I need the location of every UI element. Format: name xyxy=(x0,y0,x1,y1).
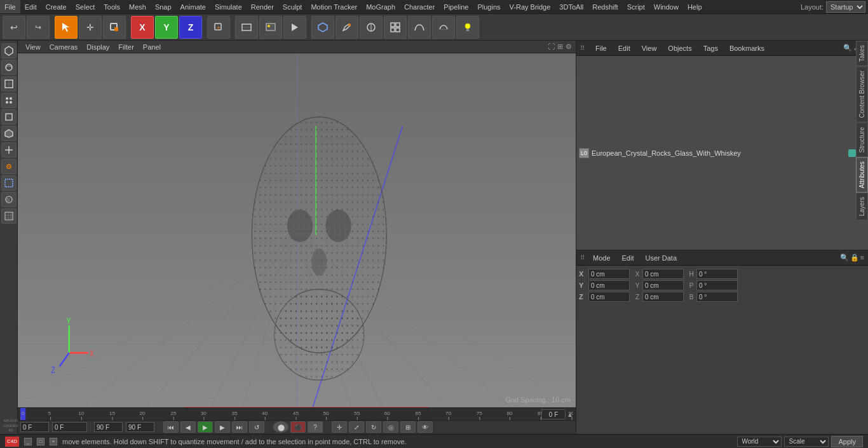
deformer-button[interactable] xyxy=(432,16,455,39)
grid-button[interactable]: ⊞ xyxy=(400,421,416,433)
pivot-button[interactable]: ◎ xyxy=(383,421,398,433)
mode-edges[interactable] xyxy=(1,109,17,125)
mode-points[interactable] xyxy=(1,93,17,108)
auto-key-button[interactable]: ⚫ xyxy=(290,421,306,433)
om-tags-menu[interactable]: Tags xyxy=(700,41,721,55)
menu-help[interactable]: Help xyxy=(683,0,707,13)
edge-tab-content-browser[interactable]: Content Browser xyxy=(856,66,868,122)
menu-mograph[interactable]: MoGraph xyxy=(362,0,400,13)
create-button[interactable]: + xyxy=(207,16,230,39)
record-button[interactable]: ⬤ xyxy=(273,421,288,433)
scale-dropdown[interactable]: Scale xyxy=(784,437,829,447)
move-button[interactable]: ✛ xyxy=(79,16,102,39)
edge-tab-structure[interactable]: Structure xyxy=(856,123,868,158)
rotate-button[interactable]: ↻ xyxy=(366,421,381,433)
select-mode-button[interactable] xyxy=(55,16,78,39)
om-edit-menu[interactable]: Edit xyxy=(615,41,634,55)
attrs-mode-menu[interactable]: Mode xyxy=(590,250,614,265)
panel-menu[interactable]: Panel xyxy=(139,41,165,53)
spline-button[interactable] xyxy=(408,16,431,39)
help-button[interactable]: ? xyxy=(308,421,323,433)
b-field[interactable]: 0 ° xyxy=(696,292,738,302)
attrs-search-icon[interactable]: 🔍 xyxy=(840,254,849,262)
menu-tools[interactable]: Tools xyxy=(99,0,125,13)
z-axis-button[interactable]: Z xyxy=(179,16,202,39)
undo-button[interactable]: ↩ xyxy=(3,16,25,39)
max-frame-input[interactable]: 90 F xyxy=(126,422,154,432)
om-objects-menu[interactable]: Objects xyxy=(665,41,695,55)
status-max-button[interactable]: □ xyxy=(37,438,44,445)
z-pos-field2[interactable]: 0 cm xyxy=(642,292,684,302)
attrs-userdata-menu[interactable]: User Data xyxy=(642,250,681,265)
symmetry-button[interactable] xyxy=(360,16,383,39)
grid-icon[interactable] xyxy=(1,208,17,224)
menu-simulate[interactable]: Simulate xyxy=(210,0,247,13)
select-icon[interactable] xyxy=(1,175,17,191)
y-pos-field[interactable]: 0 cm xyxy=(588,280,630,290)
x-pos-field2[interactable]: 0 cm xyxy=(642,269,684,279)
object-visibility-dot[interactable] xyxy=(848,149,856,157)
menu-edit[interactable]: Edit xyxy=(20,0,41,13)
settings-icon[interactable]: ⚙ xyxy=(566,43,572,51)
menu-snap[interactable]: Snap xyxy=(151,0,176,13)
transform-icon[interactable] xyxy=(1,142,17,158)
edge-tab-layers[interactable]: Layers xyxy=(856,193,868,221)
menu-character[interactable]: Character xyxy=(400,0,439,13)
picture-viewer-button[interactable] xyxy=(259,16,282,39)
box-select-button[interactable] xyxy=(103,16,126,39)
render-region-button[interactable] xyxy=(235,16,258,39)
split-icon[interactable]: ⊞ xyxy=(557,43,563,51)
filter-menu[interactable]: Filter xyxy=(114,41,137,53)
menu-window[interactable]: Window xyxy=(649,0,683,13)
scale-button[interactable]: ⤢ xyxy=(349,421,364,433)
menu-vray[interactable]: V-Ray Bridge xyxy=(505,0,555,13)
menu-sculpt[interactable]: Sculpt xyxy=(278,0,307,13)
om-file-menu[interactable]: File xyxy=(592,41,610,55)
attrs-edit-menu[interactable]: Edit xyxy=(619,250,637,265)
edge-tab-takes[interactable]: Takes xyxy=(856,41,868,66)
go-end-button[interactable]: ⏭ xyxy=(232,421,247,433)
attrs-lock-icon[interactable]: 🔒 xyxy=(850,254,859,262)
texture-icon[interactable]: S xyxy=(1,192,17,207)
view-toggle-button[interactable]: 👁 xyxy=(417,421,433,433)
y-pos-field2[interactable]: 0 cm xyxy=(642,280,684,290)
menu-mesh[interactable]: Mesh xyxy=(125,0,151,13)
end-frame-input[interactable]: 90 F xyxy=(94,422,123,432)
om-bookmarks-menu[interactable]: Bookmarks xyxy=(726,41,768,55)
menu-redshift[interactable]: Redshift xyxy=(588,0,622,13)
menu-motion-tracker[interactable]: Motion Tracker xyxy=(306,0,362,13)
status-close-button[interactable]: × xyxy=(50,438,57,445)
menu-pipeline[interactable]: Pipeline xyxy=(439,0,473,13)
mode-poly[interactable] xyxy=(1,126,17,141)
mode-object[interactable] xyxy=(1,43,17,58)
redo-button[interactable]: ↪ xyxy=(27,16,50,39)
current-frame-input[interactable]: 0 F xyxy=(52,422,87,432)
menu-select[interactable]: Select xyxy=(71,0,100,13)
cameras-menu[interactable]: Cameras xyxy=(46,41,82,53)
status-min-button[interactable]: _ xyxy=(24,438,32,445)
x-pos-field[interactable]: 0 cm xyxy=(588,269,630,279)
z-pos-field[interactable]: 0 cm xyxy=(588,292,630,302)
next-frame-button[interactable]: ▶ xyxy=(215,421,230,433)
cube-button[interactable] xyxy=(311,16,334,39)
y-axis-button[interactable]: Y xyxy=(155,16,178,39)
menu-plugins[interactable]: Plugins xyxy=(473,0,505,13)
menu-render[interactable]: Render xyxy=(247,0,278,13)
frame-up-button[interactable]: ▲ xyxy=(567,411,573,418)
loop-button[interactable]: ↺ xyxy=(249,421,264,433)
apply-button[interactable]: Apply xyxy=(831,436,863,447)
display-menu[interactable]: Display xyxy=(83,41,113,53)
om-view-menu[interactable]: View xyxy=(639,41,660,55)
om-search-icon[interactable]: 🔍 xyxy=(843,44,852,52)
layout-dropdown[interactable]: Startup xyxy=(826,1,865,13)
light-button[interactable] xyxy=(456,16,479,39)
render-button[interactable] xyxy=(283,16,306,39)
maximize-icon[interactable]: ⛶ xyxy=(548,43,555,51)
x-axis-button[interactable]: X xyxy=(131,16,154,39)
attrs-settings-icon[interactable]: ≡ xyxy=(860,254,864,262)
world-dropdown[interactable]: World xyxy=(737,437,782,447)
h-field[interactable]: 0 ° xyxy=(696,269,738,279)
prev-frame-button[interactable]: ◀ xyxy=(180,421,196,433)
start-frame-input[interactable]: 0 F xyxy=(20,422,49,432)
view-menu[interactable]: View xyxy=(22,41,44,53)
